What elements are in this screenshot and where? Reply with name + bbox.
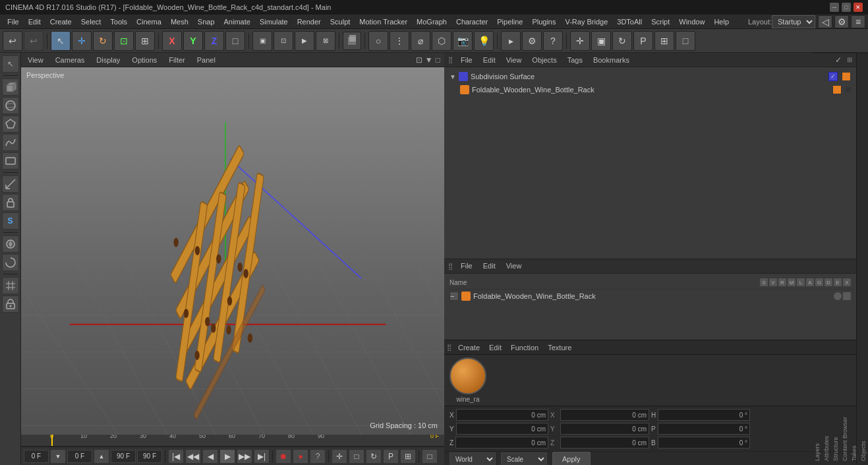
attr-obj-row[interactable]: − Foldable_Wooden_Wine_Bottle_Rack [447, 290, 854, 303]
motion-clip-btn2[interactable]: □ [349, 449, 364, 464]
prev-key-button[interactable]: ◀◀ [185, 449, 201, 464]
left-btn-s[interactable]: S [2, 212, 19, 230]
y-position-input[interactable] [456, 423, 548, 435]
coord-space-select[interactable]: World [449, 452, 496, 465]
b-rotation-input[interactable] [658, 437, 750, 449]
om-menu-tags[interactable]: Tags [565, 55, 585, 65]
axis-x-button[interactable]: X [162, 31, 182, 51]
anim-stop-button[interactable]: ⊠ [316, 31, 335, 51]
menu-character[interactable]: Character [451, 16, 492, 27]
snap-btn6[interactable]: □ [676, 31, 695, 51]
menu-select[interactable]: Select [76, 16, 106, 27]
obj-row-wine-rack[interactable]: Foldable_Wooden_Wine_Bottle_Rack [447, 83, 854, 96]
x-position-input[interactable] [456, 409, 548, 421]
layout-btn3[interactable]: ≡ [851, 15, 865, 28]
left-btn-measure[interactable] [2, 175, 19, 193]
om-menu-file[interactable]: File [458, 55, 475, 65]
go-end-button[interactable]: ▶| [254, 449, 270, 464]
menu-help[interactable]: Help [709, 16, 734, 27]
create-nurbs-button[interactable]: ⋮ [390, 31, 409, 51]
mat-menu-texture[interactable]: Texture [545, 342, 574, 353]
3d-viewport[interactable]: Perspective Grid Spacing : 10 cm [21, 67, 444, 435]
move-button[interactable]: ✛ [72, 31, 92, 51]
vp-menu-panel[interactable]: Panel [194, 55, 218, 65]
layout-btn2[interactable]: ⚙ [834, 15, 849, 28]
attr-menu-file[interactable]: File [458, 261, 475, 271]
menu-tools[interactable]: Tools [105, 16, 132, 27]
left-btn-lock2[interactable] [2, 295, 19, 313]
motion-clip-btn1[interactable]: ✛ [332, 449, 347, 464]
record-button[interactable]: ⏺ [275, 449, 291, 464]
left-btn-grid[interactable] [2, 277, 19, 294]
coord-mode-select[interactable]: Scale [501, 452, 547, 465]
anim-play-button[interactable]: ▶ [295, 31, 314, 51]
rv-tab-attributes[interactable]: Attributes [822, 53, 831, 465]
motion-clip-btn4[interactable]: P [383, 449, 399, 464]
menu-sculpt[interactable]: Sculpt [326, 16, 355, 27]
anim-prev-button[interactable]: ⊡ [274, 31, 293, 51]
minimize-button[interactable]: ─ [830, 3, 839, 12]
create-sphere-button[interactable]: ○ [368, 31, 388, 51]
menu-mograph[interactable]: MoGraph [412, 16, 451, 27]
obj-expand-icon[interactable]: ▼ [449, 73, 456, 80]
select-mode-button[interactable]: ↖ [51, 31, 71, 51]
rv-tab-structure[interactable]: Structure [831, 53, 840, 465]
menu-motion-tracker[interactable]: Motion Tracker [355, 16, 412, 27]
render-settings-button[interactable]: ⚙ [522, 31, 542, 51]
rv-tab-content[interactable]: Content Browser [840, 53, 850, 465]
scale-button[interactable]: ⊡ [114, 31, 134, 51]
vp-menu-options[interactable]: Options [129, 55, 159, 65]
material-ball[interactable] [449, 357, 486, 394]
layout-select[interactable]: Startup [772, 15, 815, 28]
rotate-button[interactable]: ↻ [93, 31, 113, 51]
axis-z-button[interactable]: Z [204, 31, 224, 51]
attr-menu-edit[interactable]: Edit [480, 261, 498, 271]
next-frame-button[interactable]: ▶▶ [237, 449, 252, 464]
go-start-button[interactable]: |◀ [168, 449, 184, 464]
preview-max-input[interactable] [137, 450, 162, 463]
transform-button[interactable]: ⊞ [135, 31, 155, 51]
vp-menu-view[interactable]: View [25, 55, 46, 65]
menu-animate[interactable]: Animate [219, 16, 255, 27]
mat-menu-create[interactable]: Create [455, 342, 482, 353]
layout-btn1[interactable]: ◁ [818, 15, 832, 28]
left-btn-magnet[interactable] [2, 254, 19, 271]
prev-frame-button[interactable]: ◀ [202, 449, 218, 464]
menu-3dtoall[interactable]: 3DToAll [612, 16, 647, 27]
vp-icon-down[interactable]: ▼ [425, 55, 433, 65]
left-btn-spline[interactable] [2, 134, 19, 151]
create-deform-button[interactable]: ⌀ [411, 31, 430, 51]
menu-file[interactable]: File [3, 16, 24, 27]
close-button[interactable]: ✕ [854, 3, 863, 12]
vp-menu-filter[interactable]: Filter [166, 55, 187, 65]
vp-icon-fullscreen[interactable]: □ [436, 55, 440, 65]
menu-window[interactable]: Window [674, 16, 709, 27]
obj-row-subdivision[interactable]: ▼ Subdivision Surface ✓ [447, 70, 854, 83]
om-menu-edit[interactable]: Edit [480, 55, 498, 65]
left-btn-polygon[interactable] [2, 115, 19, 133]
left-btn-cube2[interactable] [2, 152, 19, 170]
menu-simulate[interactable]: Simulate [255, 16, 293, 27]
attr-menu-view[interactable]: View [504, 261, 525, 271]
maximize-button[interactable]: □ [842, 3, 851, 12]
apply-button[interactable]: Apply [552, 452, 591, 465]
timeline-ruler[interactable]: 0 10 20 30 40 50 60 70 80 90 0 F [21, 435, 444, 447]
render-options-button[interactable]: ? [543, 31, 563, 51]
rv-tab-takes[interactable]: Takes [850, 53, 859, 465]
mat-menu-function[interactable]: Function [508, 342, 541, 353]
anim-record-button[interactable]: ▣ [252, 31, 272, 51]
mat-menu-edit[interactable]: Edit [486, 342, 504, 353]
menu-vray[interactable]: V-Ray Bridge [560, 16, 612, 27]
menu-script[interactable]: Script [647, 16, 674, 27]
auto-key-button[interactable]: ● [293, 449, 308, 464]
max-frame-input[interactable] [111, 450, 136, 463]
om-menu-objects[interactable]: Objects [529, 55, 559, 65]
min-frame-input[interactable] [67, 450, 92, 463]
p-rotation-input[interactable] [658, 423, 750, 435]
rv-tab-objects[interactable]: Objects [859, 53, 868, 465]
vp-menu-display[interactable]: Display [94, 55, 123, 65]
render-button[interactable]: ▸ [501, 31, 521, 51]
z-position-input[interactable] [455, 437, 548, 449]
left-btn-cursor[interactable]: ↖ [2, 55, 19, 73]
menu-cinema[interactable]: Cinema [132, 16, 166, 27]
